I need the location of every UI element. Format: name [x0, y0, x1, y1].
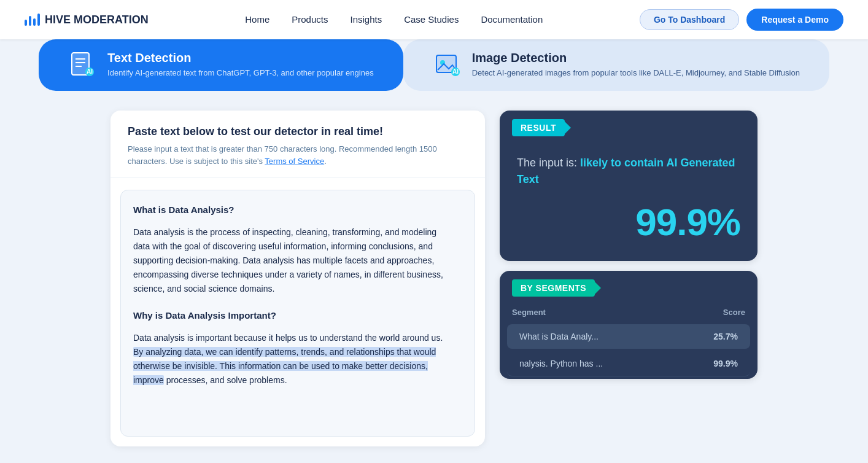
svg-text:AI: AI — [87, 68, 93, 75]
result-body: The input is: likely to contain AI Gener… — [500, 142, 758, 261]
segments-card: BY SEGMENTS Segment Score What is Data A… — [500, 271, 758, 379]
text-para-2: Data analysis is important because it he… — [133, 331, 445, 387]
image-tab-content: Image Detection Detect AI-generated imag… — [472, 51, 800, 79]
nav-documentation[interactable]: Documentation — [481, 14, 543, 25]
text-para-1: Data analysis is the process of inspecti… — [133, 225, 445, 296]
segments-col-headers: Segment Score — [500, 303, 758, 322]
nav-home[interactable]: Home — [245, 14, 269, 25]
demo-button[interactable]: Request a Demo — [746, 9, 843, 31]
segment-row[interactable]: What is Data Analy... 25.7% — [507, 324, 750, 349]
text-content-area[interactable]: What is Data Analysis? Data analysis is … — [121, 190, 475, 436]
segments-label: BY SEGMENTS — [512, 279, 595, 297]
result-prefix: The input is: — [517, 157, 580, 169]
text-tab-content: Text Detection Identify AI-generated tex… — [107, 51, 374, 79]
text-highlight-1: By analyzing data, we can identify patte… — [133, 347, 436, 385]
result-label: RESULT — [512, 119, 565, 136]
logo: HIVE MODERATION — [25, 14, 149, 26]
image-tab-title: Image Detection — [472, 51, 800, 65]
text-detection-icon: AI — [68, 50, 98, 80]
nav-case-studies[interactable]: Case Studies — [404, 14, 459, 25]
input-subtitle: Please input a text that is greater than… — [128, 143, 468, 167]
col-score: Score — [723, 308, 745, 317]
right-panel: RESULT The input is: likely to contain A… — [500, 111, 758, 379]
nav-actions: Go To Dashboard Request a Demo — [640, 9, 843, 31]
text-tab-title: Text Detection — [107, 51, 374, 65]
text-detection-tab[interactable]: AI Text Detection Identify AI-generated … — [39, 39, 403, 91]
image-tab-subtitle: Detect AI-generated images from popular … — [472, 68, 800, 79]
result-percentage: 99.9% — [517, 200, 740, 244]
nav-insights[interactable]: Insights — [350, 14, 382, 25]
input-title: Paste text below to test our detector in… — [128, 125, 468, 138]
text-heading-1: What is Data Analysis? — [133, 203, 445, 218]
dashboard-button[interactable]: Go To Dashboard — [640, 9, 739, 30]
text-heading-2: Why is Data Analysis Important? — [133, 308, 445, 324]
text-tab-subtitle: Identify AI-generated text from ChatGPT,… — [107, 68, 374, 79]
main-content: Paste text below to test our detector in… — [0, 91, 868, 463]
text-area-container: What is Data Analysis? Data analysis is … — [120, 190, 475, 437]
segment-score-1: 25.7% — [713, 332, 738, 341]
segment-text-1: What is Data Analy... — [519, 332, 599, 341]
left-panel: Paste text below to test our detector in… — [110, 111, 485, 446]
input-header: Paste text below to test our detector in… — [110, 111, 485, 177]
navbar: HIVE MODERATION Home Products Insights C… — [0, 0, 868, 39]
logo-text: HIVE MODERATION — [45, 14, 149, 26]
segments-header: BY SEGMENTS — [500, 271, 758, 303]
nav-products[interactable]: Products — [292, 14, 328, 25]
logo-icon — [25, 14, 40, 26]
result-text: The input is: likely to contain AI Gener… — [517, 155, 740, 188]
col-segment: Segment — [512, 308, 546, 317]
result-card: RESULT The input is: likely to contain A… — [500, 111, 758, 261]
segment-text-2: nalysis. Python has ... — [519, 359, 603, 368]
segments-rows: What is Data Analy... 25.7% nalysis. Pyt… — [500, 324, 758, 376]
svg-text:AI: AI — [452, 68, 459, 75]
result-header: RESULT — [500, 111, 758, 142]
segment-row[interactable]: nalysis. Python has ... 99.9% — [507, 351, 750, 376]
nav-links: Home Products Insights Case Studies Docu… — [245, 14, 543, 25]
terms-link[interactable]: Terms of Service — [265, 157, 324, 166]
segment-score-2: 99.9% — [713, 359, 738, 368]
image-detection-icon: AI — [433, 50, 462, 80]
image-detection-tab[interactable]: AI Image Detection Detect AI-generated i… — [403, 39, 829, 91]
detection-tabs: AI Text Detection Identify AI-generated … — [0, 39, 868, 91]
